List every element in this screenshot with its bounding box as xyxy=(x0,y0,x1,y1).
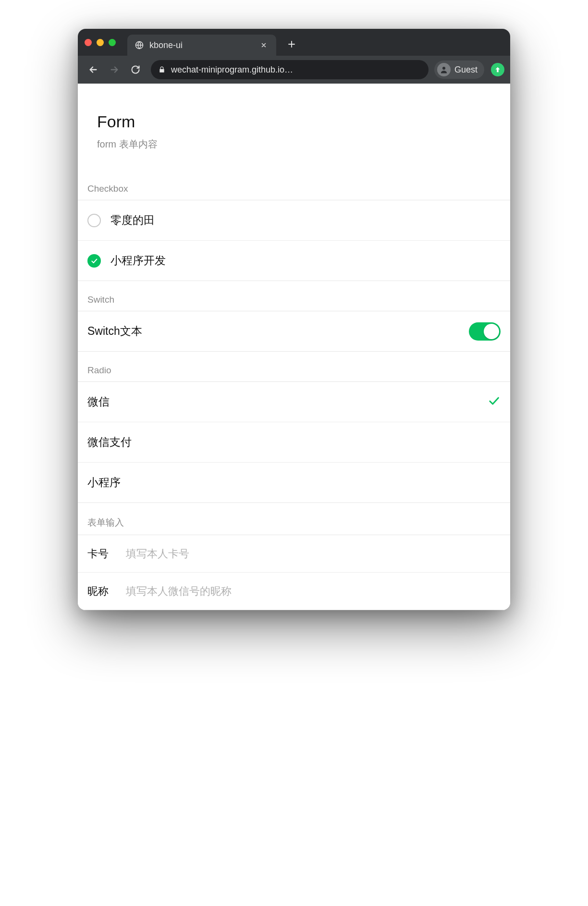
checkbox-label: 小程序开发 xyxy=(110,253,501,268)
radio-item[interactable]: 微信 xyxy=(78,382,510,422)
section-label-inputs: 表单输入 xyxy=(78,503,510,535)
switch-label: Switch文本 xyxy=(87,324,469,339)
page-description: form 表单内容 xyxy=(97,138,491,151)
radio-label: 微信支付 xyxy=(87,435,501,450)
checkbox-icon-checked xyxy=(87,254,101,268)
reload-button[interactable] xyxy=(126,60,145,79)
page-title: Form xyxy=(97,112,491,131)
maximize-window-button[interactable] xyxy=(109,39,116,46)
browser-window: kbone-ui xyxy=(78,29,510,610)
url-text: wechat-miniprogram.github.io… xyxy=(171,65,293,75)
nickname-input[interactable] xyxy=(126,585,501,598)
extension-button[interactable] xyxy=(491,63,504,76)
checkbox-label: 零度的田 xyxy=(110,213,501,228)
person-icon xyxy=(437,63,451,76)
radio-item[interactable]: 小程序 xyxy=(78,463,510,503)
page-content: Form form 表单内容 Checkbox 零度的田 小程序开发 Switc… xyxy=(78,84,510,610)
profile-button[interactable]: Guest xyxy=(434,61,484,79)
back-button[interactable] xyxy=(84,60,103,79)
browser-tab[interactable]: kbone-ui xyxy=(127,35,276,56)
globe-icon xyxy=(135,41,144,49)
section-label-checkbox: Checkbox xyxy=(78,170,510,200)
tab-strip: kbone-ui xyxy=(127,29,503,56)
browser-toolbar: wechat-miniprogram.github.io… Guest xyxy=(78,56,510,84)
switch-toggle[interactable] xyxy=(469,322,501,341)
profile-label: Guest xyxy=(454,65,478,75)
window-titlebar: kbone-ui xyxy=(78,29,510,56)
minimize-window-button[interactable] xyxy=(97,39,104,46)
svg-point-1 xyxy=(442,67,445,70)
input-label-card: 卡号 xyxy=(87,547,126,561)
tab-title: kbone-ui xyxy=(149,40,183,50)
switch-knob xyxy=(484,324,499,339)
new-tab-button[interactable] xyxy=(284,37,299,52)
input-row: 卡号 xyxy=(78,535,510,573)
checkbox-icon xyxy=(87,214,101,227)
close-tab-button[interactable] xyxy=(259,40,269,50)
address-bar[interactable]: wechat-miniprogram.github.io… xyxy=(151,60,429,79)
forward-button[interactable] xyxy=(105,60,124,79)
input-label-nickname: 昵称 xyxy=(87,584,126,599)
check-icon xyxy=(487,394,501,410)
switch-item: Switch文本 xyxy=(78,311,510,352)
radio-label: 小程序 xyxy=(87,475,501,490)
section-label-radio: Radio xyxy=(78,352,510,381)
lock-icon xyxy=(159,66,166,73)
checkbox-item[interactable]: 小程序开发 xyxy=(78,241,510,281)
page-header: Form form 表单内容 xyxy=(78,84,510,170)
switch-group: Switch文本 xyxy=(78,311,510,352)
radio-group: 微信 微信支付 小程序 xyxy=(78,381,510,503)
section-label-switch: Switch xyxy=(78,281,510,311)
radio-label: 微信 xyxy=(87,394,487,409)
checkbox-group: 零度的田 小程序开发 xyxy=(78,200,510,281)
window-controls xyxy=(85,39,116,46)
close-window-button[interactable] xyxy=(85,39,92,46)
input-row: 昵称 xyxy=(78,573,510,610)
radio-item[interactable]: 微信支付 xyxy=(78,422,510,463)
checkbox-item[interactable]: 零度的田 xyxy=(78,200,510,241)
input-group: 卡号 昵称 xyxy=(78,535,510,610)
card-number-input[interactable] xyxy=(126,548,501,560)
